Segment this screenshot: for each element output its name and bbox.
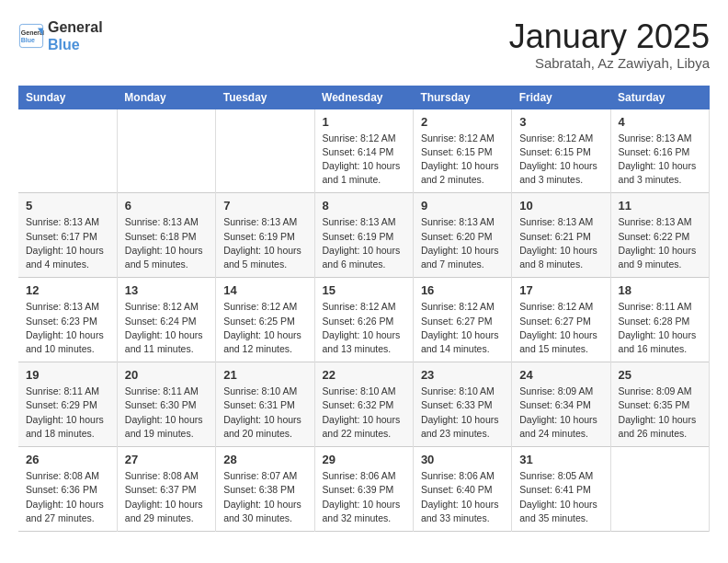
calendar-cell bbox=[216, 109, 314, 193]
weekday-header-monday: Monday bbox=[117, 86, 215, 109]
day-info: Sunrise: 8:13 AMSunset: 6:21 PMDaylight:… bbox=[519, 215, 602, 271]
calendar-week-1: 1Sunrise: 8:12 AMSunset: 6:14 PMDaylight… bbox=[18, 109, 710, 193]
day-info: Sunrise: 8:12 AMSunset: 6:15 PMDaylight:… bbox=[421, 132, 504, 188]
calendar-cell: 29Sunrise: 8:06 AMSunset: 6:39 PMDayligh… bbox=[314, 447, 413, 532]
day-number: 1 bbox=[323, 115, 405, 129]
day-info: Sunrise: 8:05 AMSunset: 6:41 PMDaylight:… bbox=[519, 469, 602, 525]
calendar-subtitle: Sabratah, Az Zawiyah, Libya bbox=[509, 55, 710, 71]
calendar-cell: 13Sunrise: 8:12 AMSunset: 6:24 PMDayligh… bbox=[117, 278, 215, 362]
calendar-cell: 2Sunrise: 8:12 AMSunset: 6:15 PMDaylight… bbox=[413, 109, 511, 193]
calendar-cell: 1Sunrise: 8:12 AMSunset: 6:14 PMDaylight… bbox=[314, 109, 413, 193]
day-info: Sunrise: 8:07 AMSunset: 6:38 PMDaylight:… bbox=[223, 469, 306, 525]
calendar-cell: 5Sunrise: 8:13 AMSunset: 6:17 PMDaylight… bbox=[18, 193, 117, 278]
weekday-header-saturday: Saturday bbox=[610, 86, 709, 109]
logo: General Blue General Blue bbox=[18, 18, 103, 53]
calendar-week-5: 26Sunrise: 8:08 AMSunset: 6:36 PMDayligh… bbox=[18, 447, 710, 532]
calendar-cell: 16Sunrise: 8:12 AMSunset: 6:27 PMDayligh… bbox=[413, 278, 511, 362]
day-info: Sunrise: 8:13 AMSunset: 6:19 PMDaylight:… bbox=[323, 215, 405, 271]
day-number: 19 bbox=[26, 368, 109, 382]
day-info: Sunrise: 8:12 AMSunset: 6:14 PMDaylight:… bbox=[323, 132, 405, 188]
day-number: 23 bbox=[421, 368, 504, 382]
calendar-cell: 23Sunrise: 8:10 AMSunset: 6:33 PMDayligh… bbox=[413, 362, 511, 447]
calendar-cell: 22Sunrise: 8:10 AMSunset: 6:32 PMDayligh… bbox=[314, 362, 413, 447]
day-number: 18 bbox=[619, 283, 701, 297]
calendar-cell: 26Sunrise: 8:08 AMSunset: 6:36 PMDayligh… bbox=[18, 447, 117, 532]
calendar-header: SundayMondayTuesdayWednesdayThursdayFrid… bbox=[18, 86, 710, 109]
day-info: Sunrise: 8:13 AMSunset: 6:22 PMDaylight:… bbox=[619, 215, 701, 271]
day-number: 29 bbox=[323, 453, 405, 466]
logo-icon: General Blue bbox=[18, 23, 44, 49]
logo-text-general: General bbox=[48, 18, 103, 36]
day-number: 6 bbox=[125, 199, 208, 213]
day-number: 22 bbox=[323, 368, 405, 382]
calendar-title-block: January 2025 Sabratah, Az Zawiyah, Libya bbox=[509, 18, 710, 71]
day-number: 24 bbox=[519, 368, 602, 382]
day-info: Sunrise: 8:08 AMSunset: 6:37 PMDaylight:… bbox=[125, 469, 208, 525]
calendar-cell: 24Sunrise: 8:09 AMSunset: 6:34 PMDayligh… bbox=[512, 362, 610, 447]
day-info: Sunrise: 8:10 AMSunset: 6:33 PMDaylight:… bbox=[421, 385, 504, 441]
day-info: Sunrise: 8:09 AMSunset: 6:34 PMDaylight:… bbox=[519, 385, 602, 441]
calendar-cell: 7Sunrise: 8:13 AMSunset: 6:19 PMDaylight… bbox=[216, 193, 314, 278]
day-number: 7 bbox=[223, 199, 306, 213]
day-number: 28 bbox=[223, 453, 306, 466]
calendar-cell bbox=[18, 109, 117, 193]
weekday-row: SundayMondayTuesdayWednesdayThursdayFrid… bbox=[18, 86, 710, 109]
day-number: 31 bbox=[519, 453, 602, 466]
calendar-cell: 27Sunrise: 8:08 AMSunset: 6:37 PMDayligh… bbox=[117, 447, 215, 532]
weekday-header-thursday: Thursday bbox=[413, 86, 511, 109]
calendar-cell: 3Sunrise: 8:12 AMSunset: 6:15 PMDaylight… bbox=[512, 109, 610, 193]
day-number: 17 bbox=[519, 283, 602, 297]
day-number: 16 bbox=[421, 283, 504, 297]
day-info: Sunrise: 8:12 AMSunset: 6:26 PMDaylight:… bbox=[323, 300, 405, 356]
calendar-cell: 4Sunrise: 8:13 AMSunset: 6:16 PMDaylight… bbox=[610, 109, 709, 193]
calendar-week-3: 12Sunrise: 8:13 AMSunset: 6:23 PMDayligh… bbox=[18, 278, 710, 362]
calendar-cell: 14Sunrise: 8:12 AMSunset: 6:25 PMDayligh… bbox=[216, 278, 314, 362]
day-info: Sunrise: 8:13 AMSunset: 6:19 PMDaylight:… bbox=[223, 215, 306, 271]
day-number: 10 bbox=[519, 199, 602, 213]
calendar-cell: 9Sunrise: 8:13 AMSunset: 6:20 PMDaylight… bbox=[413, 193, 511, 278]
day-info: Sunrise: 8:08 AMSunset: 6:36 PMDaylight:… bbox=[26, 469, 109, 525]
day-info: Sunrise: 8:13 AMSunset: 6:20 PMDaylight:… bbox=[421, 215, 504, 271]
calendar-title: January 2025 bbox=[509, 18, 710, 55]
weekday-header-sunday: Sunday bbox=[18, 86, 117, 109]
calendar-week-4: 19Sunrise: 8:11 AMSunset: 6:29 PMDayligh… bbox=[18, 362, 710, 447]
calendar-cell bbox=[117, 109, 215, 193]
day-info: Sunrise: 8:06 AMSunset: 6:40 PMDaylight:… bbox=[421, 469, 504, 525]
calendar-cell: 25Sunrise: 8:09 AMSunset: 6:35 PMDayligh… bbox=[610, 362, 709, 447]
day-number: 25 bbox=[619, 368, 701, 382]
svg-text:Blue: Blue bbox=[21, 37, 35, 43]
calendar-cell: 21Sunrise: 8:10 AMSunset: 6:31 PMDayligh… bbox=[216, 362, 314, 447]
calendar-cell: 28Sunrise: 8:07 AMSunset: 6:38 PMDayligh… bbox=[216, 447, 314, 532]
day-info: Sunrise: 8:13 AMSunset: 6:17 PMDaylight:… bbox=[26, 215, 109, 271]
day-info: Sunrise: 8:10 AMSunset: 6:31 PMDaylight:… bbox=[223, 385, 306, 441]
day-number: 12 bbox=[26, 283, 109, 297]
calendar-cell: 6Sunrise: 8:13 AMSunset: 6:18 PMDaylight… bbox=[117, 193, 215, 278]
weekday-header-friday: Friday bbox=[512, 86, 610, 109]
day-info: Sunrise: 8:09 AMSunset: 6:35 PMDaylight:… bbox=[619, 385, 701, 441]
day-number: 8 bbox=[323, 199, 405, 213]
logo-text-blue: Blue bbox=[48, 36, 103, 53]
day-info: Sunrise: 8:12 AMSunset: 6:27 PMDaylight:… bbox=[519, 300, 602, 356]
day-info: Sunrise: 8:11 AMSunset: 6:30 PMDaylight:… bbox=[125, 385, 208, 441]
day-info: Sunrise: 8:12 AMSunset: 6:15 PMDaylight:… bbox=[519, 132, 602, 188]
day-number: 13 bbox=[125, 283, 208, 297]
day-number: 4 bbox=[619, 115, 701, 129]
day-info: Sunrise: 8:13 AMSunset: 6:16 PMDaylight:… bbox=[619, 132, 701, 188]
day-number: 21 bbox=[223, 368, 306, 382]
page-header: General Blue General Blue January 2025 S… bbox=[18, 18, 710, 71]
weekday-header-wednesday: Wednesday bbox=[314, 86, 413, 109]
day-info: Sunrise: 8:13 AMSunset: 6:18 PMDaylight:… bbox=[125, 215, 208, 271]
calendar-cell bbox=[610, 447, 709, 532]
calendar-cell: 10Sunrise: 8:13 AMSunset: 6:21 PMDayligh… bbox=[512, 193, 610, 278]
calendar-cell: 11Sunrise: 8:13 AMSunset: 6:22 PMDayligh… bbox=[610, 193, 709, 278]
day-info: Sunrise: 8:12 AMSunset: 6:24 PMDaylight:… bbox=[125, 300, 208, 356]
day-number: 2 bbox=[421, 115, 504, 129]
day-info: Sunrise: 8:06 AMSunset: 6:39 PMDaylight:… bbox=[323, 469, 405, 525]
day-number: 26 bbox=[26, 453, 109, 466]
day-number: 5 bbox=[26, 199, 109, 213]
calendar-cell: 8Sunrise: 8:13 AMSunset: 6:19 PMDaylight… bbox=[314, 193, 413, 278]
calendar-cell: 15Sunrise: 8:12 AMSunset: 6:26 PMDayligh… bbox=[314, 278, 413, 362]
day-number: 27 bbox=[125, 453, 208, 466]
day-info: Sunrise: 8:11 AMSunset: 6:29 PMDaylight:… bbox=[26, 385, 109, 441]
day-info: Sunrise: 8:11 AMSunset: 6:28 PMDaylight:… bbox=[619, 300, 701, 356]
